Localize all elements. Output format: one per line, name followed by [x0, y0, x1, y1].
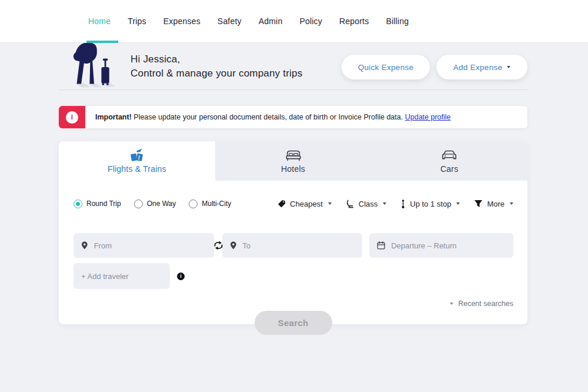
nav-item-trips[interactable]: Trips [128, 0, 146, 42]
radio-multi-city[interactable]: Multi-City [189, 200, 231, 208]
nav-item-reports[interactable]: Reports [339, 0, 369, 42]
dates-input[interactable] [391, 241, 506, 250]
nav-item-safety[interactable]: Safety [218, 0, 242, 42]
chevron-down-icon [383, 202, 386, 205]
swap-icon [212, 241, 225, 251]
chevron-down-icon [456, 202, 460, 205]
from-input[interactable] [94, 241, 206, 250]
radio-label: Round Trip [86, 200, 121, 208]
alert-banner: i Important! Please update your personal… [59, 106, 527, 128]
nav-item-expenses[interactable]: Expenses [163, 0, 201, 42]
swap-button[interactable] [212, 241, 225, 251]
quick-expense-button[interactable]: Quick Expense [342, 55, 430, 79]
filter-cheapest[interactable]: Cheapest [278, 200, 332, 208]
add-expense-button[interactable]: Add Expense [436, 55, 527, 79]
info-icon: i [66, 111, 78, 124]
nav-item-policy[interactable]: Policy [299, 0, 322, 42]
main-content: Hi Jessica, Control & manage your compan… [59, 43, 527, 324]
calendar-icon [377, 241, 385, 250]
funnel-icon [474, 200, 483, 208]
chevron-down-icon [328, 202, 332, 205]
nav-item-billing[interactable]: Billing [386, 0, 409, 42]
add-traveler-input[interactable] [81, 272, 162, 281]
chevron-down-icon [507, 66, 510, 68]
pin-icon [230, 241, 237, 250]
alert-title: Important! [95, 113, 132, 121]
traveler-row: i [74, 263, 513, 289]
filter-label: Up to 1 stop [410, 200, 451, 208]
route-fields-row [74, 233, 513, 258]
nav-item-home[interactable]: Home [88, 0, 111, 42]
seat-icon [346, 199, 355, 209]
hero-text: Hi Jessica, Control & manage your compan… [131, 52, 302, 81]
car-icon [440, 148, 458, 162]
hero-section: Hi Jessica, Control & manage your compan… [59, 43, 527, 90]
pin-icon [81, 241, 88, 250]
nav-item-admin[interactable]: Admin [259, 0, 283, 42]
booking-card: Flights & Trains Hotels [59, 141, 527, 324]
filter-stops[interactable]: Up to 1 stop [400, 199, 460, 209]
tickets-icon [129, 148, 145, 162]
hero-buttons: Quick Expense Add Expense [342, 55, 527, 79]
radio-unselected-icon [189, 200, 198, 208]
alert-message: Please update your personal document det… [133, 113, 403, 121]
update-profile-link[interactable]: Update profile [405, 113, 451, 121]
radio-selected-icon [74, 200, 82, 208]
add-traveler-field[interactable] [74, 263, 170, 289]
tab-label: Cars [440, 164, 458, 174]
add-expense-label: Add Expense [453, 63, 503, 72]
quick-expense-label: Quick Expense [358, 63, 414, 72]
tab-label: Flights & Trains [108, 164, 166, 174]
traveler-illustration [69, 42, 120, 89]
traveler-info-icon[interactable]: i [177, 273, 185, 280]
radio-round-trip[interactable]: Round Trip [74, 200, 121, 208]
trip-type-radios: Round Trip One Way Multi-City [74, 200, 231, 208]
tag-icon [278, 200, 286, 208]
tab-cars[interactable]: Cars [371, 141, 527, 181]
radio-one-way[interactable]: One Way [134, 200, 176, 208]
filter-label: Class [359, 200, 378, 208]
bed-icon [285, 148, 302, 162]
stops-icon [400, 199, 406, 209]
page: Home Trips Expenses Safety Admin Policy … [0, 0, 588, 392]
radio-label: Multi-City [202, 200, 231, 208]
booking-tabs: Flights & Trains Hotels [59, 141, 527, 181]
chevron-down-icon [510, 202, 513, 205]
alert-flag: i [59, 106, 85, 128]
chevron-down-icon [450, 303, 453, 305]
dates-field[interactable] [369, 233, 513, 258]
tab-flights-trains[interactable]: Flights & Trains [59, 141, 215, 181]
tab-label: Hotels [281, 164, 305, 174]
page-greeting: Hi Jessica, [131, 52, 302, 67]
page-subtitle: Control & manage your company trips [131, 67, 302, 81]
tab-hotels[interactable]: Hotels [215, 141, 372, 181]
filter-more[interactable]: More [474, 200, 513, 208]
to-field[interactable] [222, 233, 363, 258]
recent-searches-toggle[interactable]: Recent searches [450, 300, 513, 308]
top-navigation: Home Trips Expenses Safety Admin Policy … [0, 0, 588, 43]
from-field[interactable] [74, 233, 214, 258]
recent-searches-label: Recent searches [458, 300, 513, 308]
filter-label: Cheapest [290, 200, 323, 208]
alert-text: Important! Please update your personal d… [85, 113, 451, 121]
filters: Cheapest Class [278, 199, 513, 209]
search-button[interactable]: Search [255, 311, 332, 335]
booking-form: Round Trip One Way Multi-City [59, 198, 527, 308]
radio-label: One Way [147, 200, 176, 208]
recent-row: Recent searches [74, 300, 513, 308]
filter-label: More [487, 200, 505, 208]
filter-class[interactable]: Class [346, 199, 387, 209]
options-row: Round Trip One Way Multi-City [74, 198, 513, 209]
to-input[interactable] [242, 241, 355, 250]
radio-unselected-icon [134, 200, 143, 208]
